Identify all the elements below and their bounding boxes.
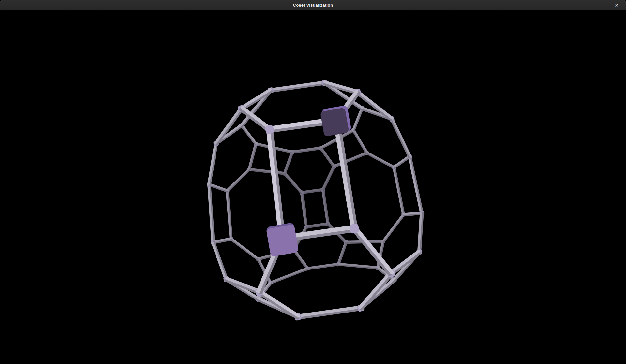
beam-light-face [249,144,256,169]
beam-shadow-face [395,157,410,168]
beam-shadow-face [285,152,293,174]
beam-shadow-face [384,215,404,242]
beam-light-face [338,242,346,264]
3d-viewport[interactable] [0,10,626,364]
beam-light-face [285,173,302,192]
beam-light-face [270,268,307,282]
highlighted-vertex-lower[interactable] [266,224,299,257]
beam-shadow-face [228,170,250,191]
beam-light-face [321,148,335,166]
beam-light-face [322,166,334,189]
titlebar: Coset Visualization ✕ [0,0,626,10]
window-title: Coset Visualization [293,3,333,7]
beam-shadow-face [338,120,356,228]
app-window: Coset Visualization ✕ [0,0,626,364]
beam-shadow-face [339,242,347,264]
beam-shadow-face [271,269,308,284]
beam-light-face [231,239,258,259]
beam-shadow-face [241,126,255,144]
beam-light-face [242,125,257,144]
beam-light-face [353,108,362,130]
beam-light-face [354,130,368,153]
close-button[interactable]: ✕ [612,0,621,10]
beam-shadow-face [214,242,227,279]
beam-shadow-face [391,119,409,157]
beam-shadow-face [231,240,258,260]
beam-shadow-face [259,293,297,318]
beam-light-face [383,214,403,241]
beam-light-face [392,119,410,156]
beam-shadow-face [392,253,420,274]
beam-shadow-face [362,274,392,309]
beam-shadow-face [366,153,394,168]
beam-shadow-face [293,250,307,269]
beam-light-face [394,156,409,167]
beam-shadow-face [320,149,334,167]
beam-light-face [212,243,225,280]
beam-shadow-face [410,156,423,213]
beam-shadow-face [250,144,257,169]
beam-light-face [394,167,403,215]
beam-shadow-face [395,167,404,214]
beam-light-face [284,152,292,173]
highlighted-vertex-upper[interactable] [320,108,349,137]
beam-light-face [409,156,421,213]
beam-light-face [367,152,394,167]
beam-shadow-face [284,174,301,193]
beam-shadow-face [323,167,335,190]
polyhedron-wireframe [206,80,425,321]
beam-light-face [227,169,249,190]
beam-light-face [215,108,241,143]
beam-shadow-face [354,109,363,131]
scene-container [0,10,626,364]
beam-shadow-face [353,131,366,153]
